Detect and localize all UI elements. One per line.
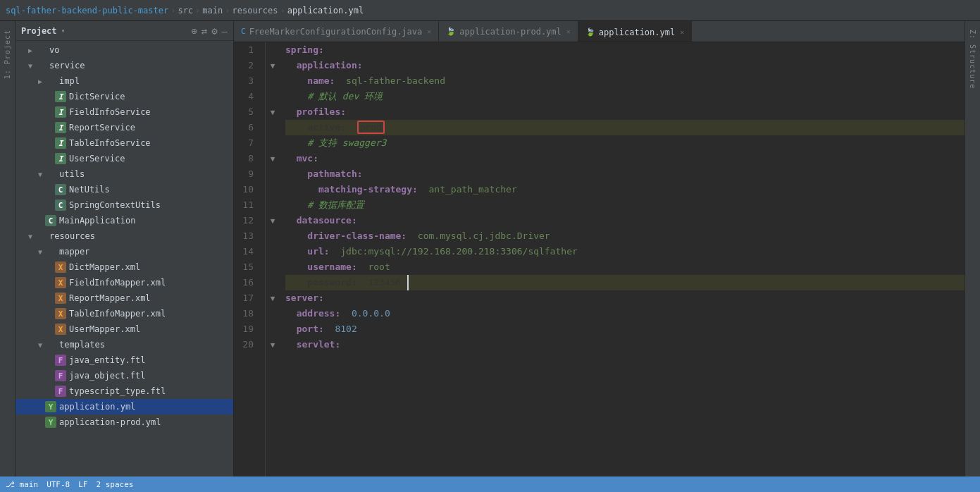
tree-item-DictMapper.xml[interactable]: X DictMapper.xml [15, 259, 233, 275]
tree-item-vo[interactable]: ▶ vo [15, 42, 233, 58]
code-line-6: active: prod [285, 120, 965, 135]
tree-label: templates [59, 340, 105, 350]
gutter-cell-14 [266, 244, 280, 259]
minimize-icon[interactable]: — [222, 25, 228, 37]
tree-item-UserMapper.xml[interactable]: X UserMapper.xml [15, 321, 233, 337]
breadcrumb-root[interactable]: sql-father-backend-public-master [6, 6, 168, 16]
line-number-13: 13 [234, 228, 259, 244]
panel-header: Project ▾ ⊕ ⇄ ⚙ — [15, 21, 233, 41]
tree-item-utils[interactable]: ▼ utils [15, 166, 233, 182]
tree-arrow: ▼ [25, 233, 35, 240]
tree-item-TableInfoMapper.xml[interactable]: X TableInfoMapper.xml [15, 306, 233, 321]
tree-arrow: ▼ [35, 248, 45, 256]
tree-label: UserMapper.xml [69, 324, 140, 334]
gutter-cell-6 [266, 120, 280, 135]
tree-arrow: ▼ [35, 171, 45, 178]
code-line-10: matching-strategy: ant_path_matcher [285, 182, 965, 197]
tree-label: SpringContextUtils [69, 200, 161, 210]
tree-item-FieldInfoMapper.xml[interactable]: X FieldInfoMapper.xml [15, 275, 233, 290]
tab-label: application.yml [599, 27, 675, 37]
tree-item-DictService[interactable]: I DictService [15, 89, 233, 104]
locate-icon[interactable]: ⊕ [191, 25, 197, 37]
gutter-cell-16 [266, 275, 280, 290]
file-icon-folder [45, 339, 56, 350]
tree-label: FieldInfoMapper.xml [69, 278, 166, 288]
tree-item-ReportService[interactable]: I ReportService [15, 120, 233, 135]
tree-item-impl[interactable]: ▶ impl [15, 73, 233, 89]
tree-item-java_object.ftl[interactable]: F java_object.ftl [15, 368, 233, 383]
line-number-19: 19 [234, 321, 259, 337]
tab-appyml[interactable]: 🍃 application.yml ✕ [578, 21, 692, 42]
tree-item-service[interactable]: ▼ service [15, 58, 233, 73]
tab-close-button[interactable]: ✕ [566, 27, 571, 35]
tree-item-ReportMapper.xml[interactable]: X ReportMapper.xml [15, 290, 233, 306]
breadcrumb: sql-father-backend-public-master › src ›… [6, 6, 364, 16]
file-icon-ftl: F [55, 386, 66, 397]
project-strip-label[interactable]: 1: Project [4, 30, 11, 79]
panel-dropdown-arrow[interactable]: ▾ [61, 27, 66, 35]
line-number-5: 5 [234, 104, 259, 120]
tree-item-application-prod.yml[interactable]: Y application-prod.yml [15, 414, 233, 430]
structure-label[interactable]: Z: Structure [969, 30, 976, 89]
tree-label: NetUtils [69, 185, 110, 195]
code-content[interactable]: spring: application: name: sql-father-ba… [280, 42, 965, 476]
line-number-10: 10 [234, 182, 259, 197]
tree-label: mapper [59, 247, 89, 257]
line-number-17: 17 [234, 290, 259, 306]
settings-icon[interactable]: ⚙ [211, 25, 217, 37]
git-branch[interactable]: ⎇ main [6, 480, 38, 489]
gutter-cell-19 [266, 321, 280, 337]
gutter-cell-20: ▼ [266, 337, 280, 352]
indent[interactable]: 2 spaces [97, 480, 134, 489]
gutter-cell-4 [266, 89, 280, 104]
file-icon-interface: I [55, 153, 66, 164]
tree-item-FieldInfoService[interactable]: I FieldInfoService [15, 104, 233, 120]
tree-item-NetUtils[interactable]: C NetUtils [15, 182, 233, 197]
tree-arrow: ▼ [35, 341, 45, 349]
tab-icon: 🍃 [585, 27, 595, 37]
tree-item-resources[interactable]: ▼ resources [15, 228, 233, 244]
code-line-20: servlet: [285, 337, 965, 352]
tree-item-application.yml[interactable]: Y application.yml [15, 399, 233, 414]
tree-arrow: ▶ [35, 78, 45, 85]
file-icon-folder [35, 44, 46, 56]
file-icon-interface: I [55, 91, 66, 102]
tree-container: ▶ vo ▼ service ▶ impl I DictService I Fi… [15, 41, 233, 476]
tree-item-SpringContextUtils[interactable]: C SpringContextUtils [15, 197, 233, 213]
tab-close-button[interactable]: ✕ [680, 28, 684, 36]
file-icon-ftl: F [55, 355, 66, 366]
tree-item-templates[interactable]: ▼ templates [15, 337, 233, 352]
tree-item-TableInfoService[interactable]: I TableInfoService [15, 135, 233, 151]
title-bar: sql-father-backend-public-master › src ›… [0, 0, 980, 21]
tree-item-typescript_type.ftl[interactable]: F typescript_type.ftl [15, 383, 233, 399]
tree-label: MainApplication [59, 216, 135, 226]
tree-item-mapper[interactable]: ▼ mapper [15, 244, 233, 259]
tab-freemarker[interactable]: C FreeMarkerConfigurationConfig.java ✕ [234, 21, 439, 42]
tab-close-button[interactable]: ✕ [427, 27, 431, 35]
file-icon-folder [45, 75, 56, 87]
collapse-icon[interactable]: ⇄ [201, 25, 207, 37]
tree-label: DictService [69, 92, 125, 102]
line-number-2: 2 [234, 58, 259, 73]
encoding[interactable]: UTF-8 [46, 480, 70, 489]
tree-item-MainApplication[interactable]: C MainApplication [15, 213, 233, 228]
gutter-cell-9 [266, 166, 280, 182]
gutter-cell-10 [266, 182, 280, 197]
line-numbers: 1234567891011121314151617181920 [234, 42, 266, 476]
line-number-16: 16 [234, 275, 259, 290]
tree-label: DictMapper.xml [69, 262, 140, 272]
tree-label: TableInfoMapper.xml [69, 309, 166, 319]
file-icon-interface: I [55, 122, 66, 133]
tab-appprod[interactable]: 🍃 application-prod.yml ✕ [439, 21, 578, 42]
tree-item-java_entity.ftl[interactable]: F java_entity.ftl [15, 352, 233, 368]
gutter-cell-8: ▼ [266, 151, 280, 166]
code-line-1: spring: [285, 42, 965, 58]
gutter-cell-5: ▼ [266, 104, 280, 120]
side-strip: 1: Project [0, 21, 15, 476]
tree-item-UserService[interactable]: I UserService [15, 151, 233, 166]
tab-bar: C FreeMarkerConfigurationConfig.java ✕ 🍃… [234, 21, 965, 42]
tree-label: UserService [69, 154, 125, 164]
line-ending[interactable]: LF [78, 480, 87, 489]
file-icon-yaml: Y [45, 401, 56, 412]
line-number-6: 6 [234, 120, 259, 135]
